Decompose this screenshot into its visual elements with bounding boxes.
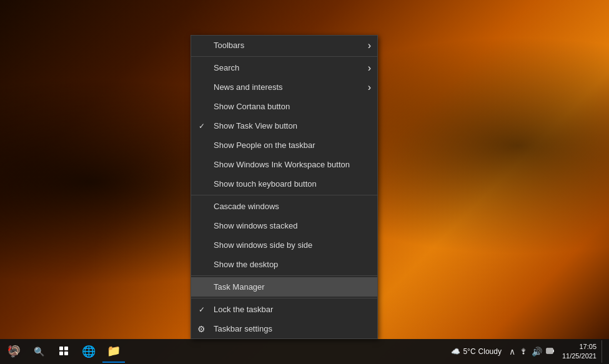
weather-icon: ☁️ <box>451 347 460 356</box>
menu-item-people[interactable]: Show People on the taskbar <box>191 135 377 155</box>
clock-time: 17:05 <box>562 342 597 352</box>
weather-temp: 5°C <box>463 347 475 356</box>
separator-1 <box>191 56 377 57</box>
taskbar-right: ☁️ 5°C Cloudy ∧ 🔊 <box>451 340 609 363</box>
tray-volume-icon[interactable]: 🔊 <box>532 347 542 357</box>
svg-rect-7 <box>547 349 552 353</box>
taskbar-left: 🦃 🔍 🌐 <box>0 340 125 363</box>
context-menu: Toolbars › Search › News and interests ›… <box>191 35 378 339</box>
svg-rect-3 <box>64 352 68 355</box>
menu-item-toolbars[interactable]: Toolbars › <box>191 36 377 55</box>
menu-item-task-view-label: Show Task View button <box>214 121 297 130</box>
menu-item-touch[interactable]: Show touch keyboard button <box>191 174 377 194</box>
menu-item-cascade-label: Cascade windows <box>214 202 279 211</box>
svg-rect-6 <box>553 350 554 352</box>
tray-network-icon[interactable] <box>519 347 528 357</box>
menu-item-search-label: Search <box>214 63 239 72</box>
menu-item-ink[interactable]: Show Windows Ink Workspace button <box>191 155 377 174</box>
taskbar-explorer-icon[interactable]: 📁 <box>102 340 125 363</box>
show-desktop-button[interactable] <box>602 340 604 363</box>
submenu-arrow-news: › <box>368 82 371 92</box>
taskbar-search-button[interactable]: 🔍 <box>27 340 50 363</box>
menu-item-news[interactable]: News and interests › <box>191 77 377 97</box>
separator-2 <box>191 195 377 195</box>
menu-item-side-by-side-label: Show windows side by side <box>214 240 312 250</box>
menu-item-stacked-label: Show windows stacked <box>214 221 297 230</box>
svg-rect-1 <box>64 347 68 350</box>
menu-item-show-desktop-label: Show the desktop <box>214 260 278 269</box>
submenu-arrow-search: › <box>368 63 371 73</box>
menu-item-toolbars-label: Toolbars <box>214 41 244 50</box>
gear-icon: ⚙ <box>197 324 205 334</box>
menu-item-stacked[interactable]: Show windows stacked <box>191 216 377 235</box>
taskbar-search-icon: 🔍 <box>34 347 44 357</box>
svg-rect-0 <box>59 347 63 350</box>
taskbar-taskview-button[interactable] <box>52 340 75 363</box>
svg-point-4 <box>522 352 524 354</box>
menu-item-news-label: News and interests <box>214 82 283 92</box>
chrome-icon: 🌐 <box>82 345 96 358</box>
menu-item-lock-taskbar-label: Lock the taskbar <box>214 305 273 314</box>
separator-4 <box>191 298 377 298</box>
desktop: Toolbars › Search › News and interests ›… <box>0 0 609 364</box>
menu-item-task-manager-label: Task Manager <box>214 282 265 292</box>
menu-item-touch-label: Show touch keyboard button <box>214 179 317 189</box>
svg-rect-2 <box>59 352 63 355</box>
menu-item-cascade[interactable]: Cascade windows <box>191 197 377 216</box>
menu-item-cortana-label: Show Cortana button <box>214 102 290 111</box>
tray-chevron-icon[interactable]: ∧ <box>509 347 515 357</box>
menu-item-people-label: Show People on the taskbar <box>214 140 315 150</box>
menu-item-side-by-side[interactable]: Show windows side by side <box>191 235 377 255</box>
taskview-icon <box>59 346 69 358</box>
weather-widget[interactable]: ☁️ 5°C Cloudy <box>451 347 502 356</box>
clock-area[interactable]: 17:05 11/25/2021 <box>562 342 597 362</box>
start-button[interactable]: 🦃 <box>2 340 25 363</box>
menu-item-cortana[interactable]: Show Cortana button <box>191 97 377 116</box>
menu-item-taskbar-settings[interactable]: ⚙ Taskbar settings <box>191 319 377 338</box>
menu-item-ink-label: Show Windows Ink Workspace button <box>214 160 350 169</box>
menu-item-show-desktop[interactable]: Show the desktop <box>191 255 377 274</box>
menu-item-task-view[interactable]: Show Task View button <box>191 116 377 135</box>
menu-item-task-manager[interactable]: Task Manager <box>191 277 377 297</box>
menu-item-taskbar-settings-label: Taskbar settings <box>214 324 272 333</box>
menu-item-lock-taskbar[interactable]: Lock the taskbar <box>191 300 377 319</box>
taskbar-chrome-icon[interactable]: 🌐 <box>77 340 100 363</box>
menu-item-search[interactable]: Search › <box>191 58 377 77</box>
tray-battery-icon[interactable] <box>546 347 555 357</box>
submenu-arrow-toolbars: › <box>368 41 371 51</box>
system-tray: ∧ 🔊 <box>509 347 555 357</box>
taskbar: 🦃 🔍 🌐 <box>0 339 609 364</box>
separator-3 <box>191 275 377 276</box>
explorer-icon: 📁 <box>107 344 121 358</box>
start-icon: 🦃 <box>7 345 21 358</box>
weather-condition: Cloudy <box>478 347 502 356</box>
clock-date: 11/25/2021 <box>562 352 597 361</box>
